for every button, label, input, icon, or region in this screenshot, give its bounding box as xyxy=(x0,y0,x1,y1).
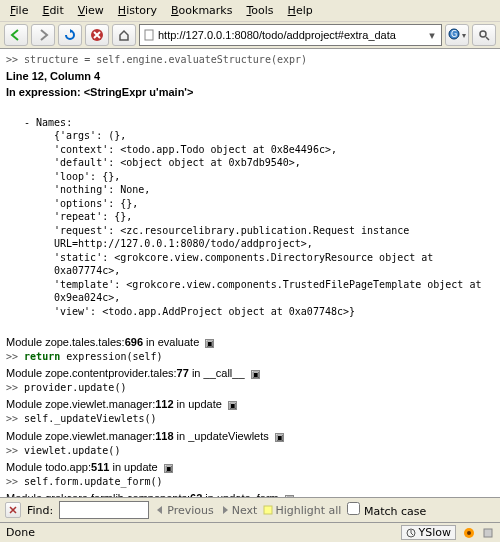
names-entry: {'args': (}, xyxy=(54,129,494,143)
expand-icon[interactable]: ▣ xyxy=(251,370,260,379)
traceback-frame: Module zope.viewlet.manager:118 in _upda… xyxy=(6,429,494,444)
menu-view[interactable]: View xyxy=(72,2,110,19)
names-header: - Names: xyxy=(24,116,494,130)
names-entry: 'repeat': {}, xyxy=(54,210,494,224)
nav-toolbar: ▾ G▾ xyxy=(0,22,500,49)
status-bar: Done YSlow xyxy=(0,522,500,542)
menu-history[interactable]: History xyxy=(112,2,163,19)
traceback-frame: Module zope.viewlet.manager:112 in updat… xyxy=(6,397,494,412)
traceback-frame: Module zope.tales.tales:696 in evaluate▣ xyxy=(6,335,494,350)
page-icon xyxy=(143,29,155,41)
firebug-icon[interactable] xyxy=(462,526,476,540)
url-input[interactable] xyxy=(158,29,423,41)
expand-icon[interactable]: ▣ xyxy=(205,339,214,348)
expand-icon[interactable]: ▣ xyxy=(164,464,173,473)
names-entry: 'view': <todo.app.AddProject object at 0… xyxy=(54,305,494,319)
home-button[interactable] xyxy=(112,24,136,46)
find-previous[interactable]: Previous xyxy=(155,504,214,517)
yslow-button[interactable]: YSlow xyxy=(401,525,456,540)
traceback-code: >> self.form.update_form() xyxy=(6,475,494,489)
find-next[interactable]: Next xyxy=(220,504,258,517)
addon-icon[interactable] xyxy=(482,527,494,539)
names-entry: 'template': <grokcore.view.components.Tr… xyxy=(54,278,494,305)
findbar-close[interactable] xyxy=(5,502,21,518)
svg-line-9 xyxy=(411,533,413,535)
search-button[interactable]: G▾ xyxy=(445,24,469,46)
names-entry: 'options': {}, xyxy=(54,197,494,211)
traceback-code: >> provider.update() xyxy=(6,381,494,395)
names-entry: 'loop': {}, xyxy=(54,170,494,184)
error-location: Line 12, Column 4 xyxy=(6,69,494,84)
menu-file[interactable]: File xyxy=(4,2,34,19)
url-bar[interactable]: ▾ xyxy=(139,24,442,46)
find-label: Find: xyxy=(27,504,53,517)
svg-rect-1 xyxy=(145,30,153,40)
svg-line-5 xyxy=(486,37,489,40)
svg-point-4 xyxy=(480,31,486,37)
traceback-code: >> viewlet.update() xyxy=(6,444,494,458)
back-button[interactable] xyxy=(4,24,28,46)
reload-button[interactable] xyxy=(58,24,82,46)
traceback-code: >> return expression(self) xyxy=(6,350,494,364)
svg-rect-12 xyxy=(484,529,492,537)
match-case[interactable]: Match case xyxy=(347,502,426,518)
find-highlight[interactable]: Highlight all xyxy=(263,504,341,517)
stop-button[interactable] xyxy=(85,24,109,46)
names-entry: 'context': <todo.app.Todo object at 0x8e… xyxy=(54,143,494,157)
page-content: >> structure = self.engine.evaluateStruc… xyxy=(0,49,500,497)
traceback-frame: Module zope.contentprovider.tales:77 in … xyxy=(6,366,494,381)
traceback-frame: Module todo.app:511 in update▣ xyxy=(6,460,494,475)
names-entry: 'nothing': None, xyxy=(54,183,494,197)
expand-icon[interactable]: ▣ xyxy=(228,401,237,410)
menu-help[interactable]: Help xyxy=(282,2,319,19)
names-entry: 'request': <zc.resourcelibrary.publicati… xyxy=(54,224,494,251)
trace-pre-line: >> structure = self.engine.evaluateStruc… xyxy=(6,53,494,67)
menubar: File Edit View History Bookmarks Tools H… xyxy=(0,0,500,22)
find-bar: Find: Previous Next Highlight all Match … xyxy=(0,497,500,522)
svg-point-11 xyxy=(467,531,471,535)
forward-button[interactable] xyxy=(31,24,55,46)
menu-edit[interactable]: Edit xyxy=(36,2,69,19)
svg-text:G: G xyxy=(451,30,457,39)
error-expression: In expression: <StringExpr u'main'> xyxy=(6,85,494,100)
search-go[interactable] xyxy=(472,24,496,46)
menu-tools[interactable]: Tools xyxy=(240,2,279,19)
names-entry: 'static': <grokcore.view.components.Dire… xyxy=(54,251,494,278)
menu-bookmarks[interactable]: Bookmarks xyxy=(165,2,238,19)
svg-rect-6 xyxy=(264,506,272,514)
find-input[interactable] xyxy=(59,501,149,519)
expand-icon[interactable]: ▣ xyxy=(275,433,284,442)
status-text: Done xyxy=(6,526,35,539)
url-dropdown[interactable]: ▾ xyxy=(426,29,438,42)
names-entry: 'default': <object object at 0xb7db9540>… xyxy=(54,156,494,170)
traceback-code: >> self._updateViewlets() xyxy=(6,412,494,426)
